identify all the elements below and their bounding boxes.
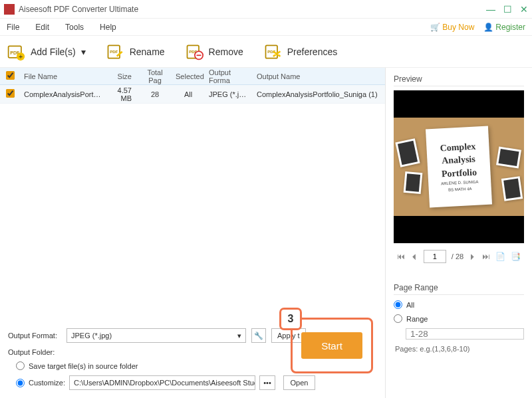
svg-text:PDF: PDF: [110, 49, 118, 53]
customize-label: Customize:: [29, 379, 65, 387]
header-size[interactable]: Size: [105, 72, 138, 80]
page-range-input[interactable]: [406, 328, 524, 340]
photo-decor: [501, 176, 523, 201]
cell-pages: 28: [138, 90, 172, 98]
page-range-range-radio[interactable]: [394, 314, 402, 323]
user-icon: 👤: [483, 23, 493, 32]
close-icon[interactable]: ✕: [520, 4, 528, 15]
bottom-panel: Output Format: JPEG (*.jpg) ▾ 🔧 Apply t …: [0, 322, 385, 398]
cell-outputname: ComplexAnalysisPortfolio_Suniga (1): [253, 90, 385, 98]
svg-text:+: +: [19, 52, 23, 60]
header-outputname[interactable]: Output Name: [253, 72, 385, 80]
page-range-body: All Range Pages: e.g.(1,3,6,8-10): [394, 300, 524, 353]
chevron-down-icon: ▾: [81, 47, 86, 57]
browse-button[interactable]: •••: [259, 375, 275, 390]
cell-size: 4.57 MB: [105, 86, 138, 102]
page-range-title: Page Range: [394, 283, 524, 295]
select-all-checkbox[interactable]: [6, 71, 15, 80]
wrench-icon: 🔧: [254, 332, 263, 340]
add-file-button[interactable]: PDF+ Add File(s) ▾: [7, 43, 86, 61]
rename-button[interactable]: PDF Rename: [106, 43, 165, 61]
photo-decor: [404, 171, 423, 194]
open-folder-button[interactable]: Open: [283, 375, 315, 390]
remove-label: Remove: [209, 47, 243, 57]
left-pane: File Name Size Total Pag Selected Output…: [0, 68, 386, 398]
page-total: / 28: [452, 252, 464, 260]
start-highlight: 3 Start: [291, 318, 373, 373]
table-row[interactable]: ComplexAnalysisPortfolio_S... 4.57 MB 28…: [0, 85, 385, 104]
menu-help[interactable]: Help: [100, 23, 116, 32]
window-title: Aiseesoft PDF Converter Ultimate: [19, 5, 486, 14]
header-totalpages[interactable]: Total Pag: [138, 68, 172, 84]
row-checkbox[interactable]: [6, 89, 15, 98]
remove-icon: PDF: [185, 43, 203, 61]
table-empty-area: [0, 104, 385, 322]
preferences-icon: PDF: [263, 43, 282, 61]
menubar: File Edit Tools Help 🛒Buy Now 👤Register: [0, 19, 532, 36]
minimize-icon[interactable]: —: [486, 4, 495, 15]
preferences-button[interactable]: PDF Preferences: [263, 43, 337, 61]
next-page-icon[interactable]: ⏵: [469, 252, 477, 261]
table-header: File Name Size Total Pag Selected Output…: [0, 68, 385, 85]
buy-now-link[interactable]: 🛒Buy Now: [430, 23, 474, 32]
remove-button[interactable]: PDF Remove: [185, 43, 243, 61]
preferences-label: Preferences: [287, 47, 337, 57]
menu-tools[interactable]: Tools: [65, 23, 84, 32]
output-format-select[interactable]: JPEG (*.jpg) ▾: [66, 328, 246, 343]
page-range-hint: Pages: e.g.(1,3,6,8-10): [395, 345, 524, 353]
page-range-range-label: Range: [406, 315, 428, 323]
preview-viewport: Complex Analysis Portfolio ARLENE D. SUN…: [394, 90, 524, 243]
first-page-icon[interactable]: ⏮: [397, 252, 405, 261]
app-logo: [4, 4, 15, 15]
customize-radio[interactable]: [16, 379, 25, 387]
menu-edit[interactable]: Edit: [35, 23, 49, 32]
toolbar: PDF+ Add File(s) ▾ PDF Rename PDF Remove…: [0, 36, 532, 68]
page-number-input[interactable]: [424, 250, 446, 263]
output-format-label: Output Format:: [8, 332, 61, 340]
preview-pager: ⏮ ⏴ / 28 ⏵ ⏭ 📄 📑: [394, 250, 524, 263]
header-selected[interactable]: Selected: [172, 72, 205, 80]
content: File Name Size Total Pag Selected Output…: [0, 68, 532, 398]
header-outputformat[interactable]: Output Forma: [205, 68, 253, 84]
prev-page-icon[interactable]: ⏴: [410, 252, 418, 261]
output-format-value: JPEG (*.jpg): [71, 332, 112, 340]
cart-icon: 🛒: [430, 23, 440, 32]
right-pane: Preview Complex Analysis Portfolio ARLEN…: [386, 68, 532, 398]
chevron-down-icon: ▾: [237, 332, 241, 340]
preview-note: Complex Analysis Portfolio ARLENE D. SUN…: [426, 126, 492, 208]
step-badge: 3: [279, 308, 302, 330]
preview-page: Complex Analysis Portfolio ARLENE D. SUN…: [394, 118, 524, 216]
start-button[interactable]: Start: [301, 332, 362, 359]
rename-icon: PDF: [106, 43, 124, 61]
maximize-icon[interactable]: ☐: [503, 4, 512, 15]
cell-format: JPEG (*.jpg): [205, 90, 253, 98]
photo-decor: [496, 147, 521, 169]
format-settings-button[interactable]: 🔧: [251, 328, 266, 343]
cell-filename: ComplexAnalysisPortfolio_S...: [20, 90, 105, 98]
page-export-icon[interactable]: 📑: [511, 252, 521, 261]
page-range-all-radio[interactable]: [394, 300, 402, 309]
add-file-icon: PDF+: [7, 43, 25, 61]
page-range-all-label: All: [406, 301, 414, 309]
cell-selected: All: [172, 90, 205, 98]
save-source-label: Save target file(s) in source folder: [29, 362, 138, 370]
add-file-label: Add File(s): [31, 47, 76, 57]
header-filename[interactable]: File Name: [20, 72, 105, 80]
customize-path-input[interactable]: C:\Users\ADMIN\Dropbox\PC\Documents\Aise…: [69, 375, 255, 390]
titlebar: Aiseesoft PDF Converter Ultimate — ☐ ✕: [0, 0, 532, 19]
save-source-radio[interactable]: [16, 361, 25, 370]
register-link[interactable]: 👤Register: [483, 23, 525, 32]
preview-title: Preview: [394, 74, 524, 86]
page-icon[interactable]: 📄: [495, 252, 505, 261]
window-controls: — ☐ ✕: [486, 4, 528, 15]
photo-decor: [395, 138, 420, 167]
rename-label: Rename: [130, 47, 165, 57]
menu-file[interactable]: File: [7, 23, 19, 32]
last-page-icon[interactable]: ⏭: [482, 252, 490, 261]
